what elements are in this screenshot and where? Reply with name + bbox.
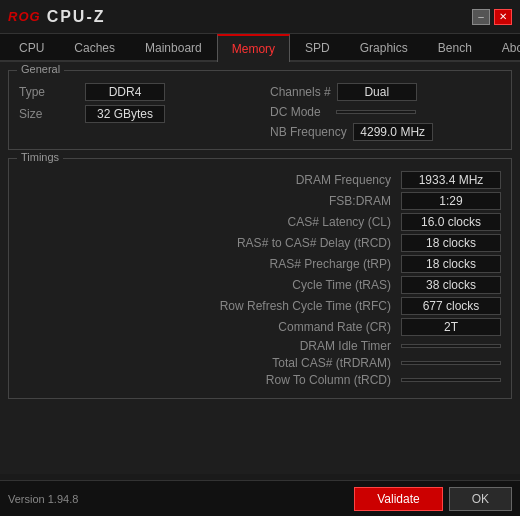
timing-value: 38 clocks bbox=[401, 276, 501, 294]
tab-memory[interactable]: Memory bbox=[217, 34, 290, 62]
timing-row: Row To Column (tRCD) bbox=[19, 373, 501, 387]
dc-mode-label: DC Mode bbox=[270, 105, 330, 119]
tab-spd[interactable]: SPD bbox=[290, 34, 345, 62]
timing-label: FSB:DRAM bbox=[19, 194, 401, 208]
general-section: General Type DDR4 Size 32 GBytes Channel… bbox=[8, 70, 512, 150]
tab-cpu[interactable]: CPU bbox=[4, 34, 59, 62]
type-value: DDR4 bbox=[85, 83, 165, 101]
app-title: CPU-Z bbox=[47, 8, 106, 26]
main-content: General Type DDR4 Size 32 GBytes Channel… bbox=[0, 62, 520, 474]
nb-freq-row: NB Frequency 4299.0 MHz bbox=[270, 123, 501, 141]
title-bar: ROG CPU-Z – ✕ bbox=[0, 0, 520, 34]
timing-label: RAS# to CAS# Delay (tRCD) bbox=[19, 236, 401, 250]
timing-row: Total CAS# (tRDRAM) bbox=[19, 356, 501, 370]
tab-caches[interactable]: Caches bbox=[59, 34, 130, 62]
timing-value: 18 clocks bbox=[401, 255, 501, 273]
channels-value: Dual bbox=[337, 83, 417, 101]
timing-value: 677 clocks bbox=[401, 297, 501, 315]
rog-logo: ROG bbox=[8, 9, 41, 24]
size-value: 32 GBytes bbox=[85, 105, 165, 123]
general-section-label: General bbox=[17, 63, 64, 75]
minimize-button[interactable]: – bbox=[472, 9, 490, 25]
channels-label: Channels # bbox=[270, 85, 331, 99]
nb-freq-value: 4299.0 MHz bbox=[353, 123, 433, 141]
size-row: Size 32 GBytes bbox=[19, 105, 250, 123]
bottom-buttons: Validate OK bbox=[354, 487, 512, 511]
bottom-bar: Version 1.94.8 Validate OK bbox=[0, 480, 520, 516]
timing-value bbox=[401, 361, 501, 365]
timing-label: RAS# Precharge (tRP) bbox=[19, 257, 401, 271]
timing-value: 1933.4 MHz bbox=[401, 171, 501, 189]
timing-label: Command Rate (CR) bbox=[19, 320, 401, 334]
dc-mode-value bbox=[336, 110, 416, 114]
timing-row: Command Rate (CR)2T bbox=[19, 318, 501, 336]
version-label: Version 1.94.8 bbox=[8, 493, 78, 505]
timing-row: DRAM Frequency1933.4 MHz bbox=[19, 171, 501, 189]
general-left: Type DDR4 Size 32 GBytes bbox=[19, 83, 250, 141]
tab-about[interactable]: About bbox=[487, 34, 520, 62]
tab-bar: CPU Caches Mainboard Memory SPD Graphics… bbox=[0, 34, 520, 62]
timing-label: Cycle Time (tRAS) bbox=[19, 278, 401, 292]
window-controls: – ✕ bbox=[472, 9, 512, 25]
timing-label: DRAM Idle Timer bbox=[19, 339, 401, 353]
close-button[interactable]: ✕ bbox=[494, 9, 512, 25]
timing-value: 2T bbox=[401, 318, 501, 336]
timing-value: 16.0 clocks bbox=[401, 213, 501, 231]
timing-label: Row To Column (tRCD) bbox=[19, 373, 401, 387]
timing-row: Row Refresh Cycle Time (tRFC)677 clocks bbox=[19, 297, 501, 315]
nb-freq-label: NB Frequency bbox=[270, 125, 347, 139]
timing-label: Row Refresh Cycle Time (tRFC) bbox=[19, 299, 401, 313]
timing-label: Total CAS# (tRDRAM) bbox=[19, 356, 401, 370]
timing-row: FSB:DRAM1:29 bbox=[19, 192, 501, 210]
dc-mode-row: DC Mode bbox=[270, 105, 501, 119]
validate-button[interactable]: Validate bbox=[354, 487, 442, 511]
timing-value bbox=[401, 344, 501, 348]
timing-row: RAS# to CAS# Delay (tRCD)18 clocks bbox=[19, 234, 501, 252]
tab-bench[interactable]: Bench bbox=[423, 34, 487, 62]
timing-label: CAS# Latency (CL) bbox=[19, 215, 401, 229]
ok-button[interactable]: OK bbox=[449, 487, 512, 511]
type-row: Type DDR4 bbox=[19, 83, 250, 101]
timing-row: Cycle Time (tRAS)38 clocks bbox=[19, 276, 501, 294]
timing-row: DRAM Idle Timer bbox=[19, 339, 501, 353]
timings-section-label: Timings bbox=[17, 151, 63, 163]
type-label: Type bbox=[19, 85, 79, 99]
channels-row: Channels # Dual bbox=[270, 83, 501, 101]
timing-value: 1:29 bbox=[401, 192, 501, 210]
timing-row: CAS# Latency (CL)16.0 clocks bbox=[19, 213, 501, 231]
size-label: Size bbox=[19, 107, 79, 121]
timing-value bbox=[401, 378, 501, 382]
timings-table: DRAM Frequency1933.4 MHzFSB:DRAM1:29CAS#… bbox=[19, 171, 501, 387]
timing-row: RAS# Precharge (tRP)18 clocks bbox=[19, 255, 501, 273]
timings-section: Timings DRAM Frequency1933.4 MHzFSB:DRAM… bbox=[8, 158, 512, 399]
tab-mainboard[interactable]: Mainboard bbox=[130, 34, 217, 62]
timing-label: DRAM Frequency bbox=[19, 173, 401, 187]
tab-graphics[interactable]: Graphics bbox=[345, 34, 423, 62]
timing-value: 18 clocks bbox=[401, 234, 501, 252]
app-logo: ROG CPU-Z bbox=[8, 8, 106, 26]
general-right: Channels # Dual DC Mode NB Frequency 429… bbox=[270, 83, 501, 141]
